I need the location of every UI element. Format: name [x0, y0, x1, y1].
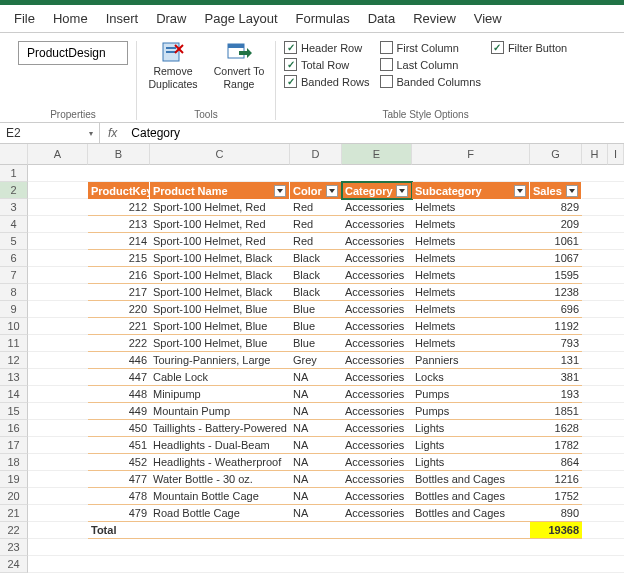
cell-productkey[interactable]: 222	[88, 335, 150, 352]
col-header-A[interactable]: A	[28, 144, 88, 165]
cell-productkey[interactable]: 215	[88, 250, 150, 267]
cell-color[interactable]: NA	[290, 471, 342, 488]
menu-view[interactable]: View	[474, 11, 502, 26]
cell-sales[interactable]: 381	[530, 369, 582, 386]
row-header-21[interactable]: 21	[0, 505, 28, 522]
cell[interactable]	[582, 352, 608, 369]
cell-productname[interactable]: Water Bottle - 30 oz.	[150, 471, 290, 488]
cell[interactable]	[582, 420, 608, 437]
cell[interactable]	[608, 199, 624, 216]
cell-sales[interactable]: 696	[530, 301, 582, 318]
cell-subcategory[interactable]: Bottles and Cages	[412, 505, 530, 522]
cell[interactable]	[28, 216, 88, 233]
cell-subcategory[interactable]: Lights	[412, 454, 530, 471]
cell[interactable]	[582, 539, 608, 556]
cell-productname[interactable]: Sport-100 Helmet, Black	[150, 250, 290, 267]
cell-color[interactable]: Red	[290, 199, 342, 216]
cell[interactable]	[582, 505, 608, 522]
cell[interactable]	[342, 522, 412, 539]
cell[interactable]	[530, 556, 582, 573]
cell-color[interactable]: NA	[290, 403, 342, 420]
cell-subcategory[interactable]: Pumps	[412, 386, 530, 403]
cell-productkey[interactable]: 452	[88, 454, 150, 471]
cell[interactable]	[582, 488, 608, 505]
cell[interactable]	[608, 522, 624, 539]
cell-sales[interactable]: 1061	[530, 233, 582, 250]
filter-dropdown-icon[interactable]	[514, 185, 526, 197]
cell[interactable]	[608, 471, 624, 488]
cell-sales[interactable]: 209	[530, 216, 582, 233]
cell-sales[interactable]: 1192	[530, 318, 582, 335]
cell-productkey[interactable]: 449	[88, 403, 150, 420]
cell-productname[interactable]: Road Bottle Cage	[150, 505, 290, 522]
cell-category[interactable]: Accessories	[342, 471, 412, 488]
cell-sales[interactable]: 864	[530, 454, 582, 471]
cell[interactable]	[290, 539, 342, 556]
menu-page-layout[interactable]: Page Layout	[205, 11, 278, 26]
cell[interactable]	[28, 250, 88, 267]
col-header-H[interactable]: H	[582, 144, 608, 165]
cell[interactable]	[412, 522, 530, 539]
cell-color[interactable]: Red	[290, 216, 342, 233]
cell-productname[interactable]: Sport-100 Helmet, Red	[150, 216, 290, 233]
cell[interactable]	[608, 403, 624, 420]
cell[interactable]	[582, 250, 608, 267]
cell-productkey[interactable]: 479	[88, 505, 150, 522]
remove-duplicates-button[interactable]: Remove Duplicates	[145, 41, 201, 90]
cell-category[interactable]: Accessories	[342, 403, 412, 420]
cell-category[interactable]: Accessories	[342, 233, 412, 250]
cell-category[interactable]: Accessories	[342, 335, 412, 352]
col-header-E[interactable]: E	[342, 144, 412, 165]
cell-subcategory[interactable]: Helmets	[412, 267, 530, 284]
row-header-16[interactable]: 16	[0, 420, 28, 437]
cell[interactable]	[582, 284, 608, 301]
cell[interactable]	[28, 420, 88, 437]
cell[interactable]	[582, 471, 608, 488]
opt-banded-rows[interactable]: Banded Rows	[284, 75, 370, 88]
row-header-7[interactable]: 7	[0, 267, 28, 284]
cell-color[interactable]: Blue	[290, 301, 342, 318]
row-header-10[interactable]: 10	[0, 318, 28, 335]
cell[interactable]	[28, 267, 88, 284]
cell[interactable]	[28, 284, 88, 301]
cell-productkey[interactable]: 447	[88, 369, 150, 386]
cell[interactable]	[582, 522, 608, 539]
table-name-input[interactable]	[18, 41, 128, 65]
cell-productname[interactable]: Taillights - Battery-Powered	[150, 420, 290, 437]
row-header-18[interactable]: 18	[0, 454, 28, 471]
table-header-color[interactable]: Color	[290, 182, 342, 199]
cell-subcategory[interactable]: Pumps	[412, 403, 530, 420]
cell[interactable]	[412, 165, 530, 182]
cell-sales[interactable]: 793	[530, 335, 582, 352]
cell-productname[interactable]: Cable Lock	[150, 369, 290, 386]
cell-productkey[interactable]: 451	[88, 437, 150, 454]
cell-subcategory[interactable]: Helmets	[412, 301, 530, 318]
cell-category[interactable]: Accessories	[342, 437, 412, 454]
cell-subcategory[interactable]: Helmets	[412, 335, 530, 352]
cell[interactable]	[28, 182, 88, 199]
cell-productname[interactable]: Sport-100 Helmet, Blue	[150, 318, 290, 335]
cell-category[interactable]: Accessories	[342, 199, 412, 216]
cell-sales[interactable]: 1628	[530, 420, 582, 437]
menu-review[interactable]: Review	[413, 11, 456, 26]
cell[interactable]	[412, 556, 530, 573]
cell[interactable]	[530, 165, 582, 182]
cell[interactable]	[28, 403, 88, 420]
cell-color[interactable]: NA	[290, 505, 342, 522]
col-header-C[interactable]: C	[150, 144, 290, 165]
cell-color[interactable]: Black	[290, 267, 342, 284]
cell-sales[interactable]: 1851	[530, 403, 582, 420]
cell-category[interactable]: Accessories	[342, 505, 412, 522]
cell[interactable]	[608, 216, 624, 233]
cell-productname[interactable]: Mountain Bottle Cage	[150, 488, 290, 505]
cell-productname[interactable]: Sport-100 Helmet, Red	[150, 199, 290, 216]
row-header-11[interactable]: 11	[0, 335, 28, 352]
cell-sales[interactable]: 1752	[530, 488, 582, 505]
opt-banded-columns[interactable]: Banded Columns	[380, 75, 481, 88]
cell[interactable]	[582, 233, 608, 250]
cell-productname[interactable]: Sport-100 Helmet, Blue	[150, 301, 290, 318]
cell-color[interactable]: Red	[290, 233, 342, 250]
total-value[interactable]: 19368	[530, 522, 582, 539]
cell-color[interactable]: NA	[290, 488, 342, 505]
cell-category[interactable]: Accessories	[342, 352, 412, 369]
